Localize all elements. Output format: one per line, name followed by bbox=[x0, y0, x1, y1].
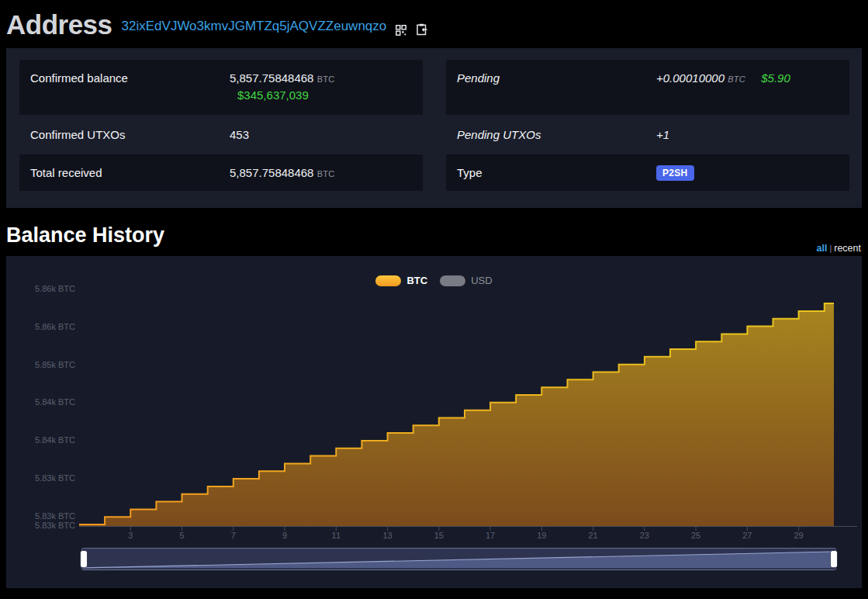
pending-utxos-value: +1 bbox=[656, 128, 849, 141]
address-page: Address 32ixEdVJWo3kmvJGMTZq5jAQVZZeuwnq… bbox=[0, 0, 868, 599]
confirmed-balance-value: 5,857.75848468 BTC $345,637,039 bbox=[230, 60, 423, 102]
x-tick-label: 23 bbox=[628, 531, 662, 540]
x-tick-label: 5 bbox=[165, 531, 199, 540]
range-selector: all|recent bbox=[816, 243, 861, 254]
address-type-badge: P2SH bbox=[656, 165, 694, 181]
total-received-btc: 5,857.75848468 bbox=[230, 166, 313, 179]
total-received-row: Total received 5,857.75848468 BTC bbox=[19, 154, 423, 191]
y-tick-label: 5.86k BTC bbox=[6, 322, 75, 331]
y-tick-label: 5.83k BTC bbox=[6, 473, 75, 483]
x-tick-label: 29 bbox=[782, 531, 816, 540]
address-link[interactable]: 32ixEdVJWo3kmvJGMTZq5jAQVZZeuwnqzo bbox=[122, 15, 387, 45]
copy-icon[interactable] bbox=[416, 23, 427, 45]
y-tick-label: 5.83k BTC bbox=[6, 511, 75, 521]
slider-handle-right[interactable] bbox=[831, 551, 837, 567]
x-tick-label: 17 bbox=[473, 531, 507, 540]
y-tick-label: 5.84k BTC bbox=[6, 397, 75, 407]
x-tick-label: 13 bbox=[371, 531, 405, 540]
total-received-value: 5,857.75848468 BTC bbox=[230, 166, 423, 179]
zoom-slider-preview bbox=[82, 549, 835, 570]
confirmed-utxos-value: 453 bbox=[230, 128, 423, 141]
x-tick-label: 7 bbox=[216, 531, 251, 540]
total-received-label: Total received bbox=[19, 166, 230, 179]
btc-unit: BTC bbox=[317, 74, 335, 84]
pending-summary-table: Pending +0.00010000 BTC $5.90 Pending UT… bbox=[446, 60, 849, 191]
balance-history-panel: BTC USD 5.86k BTC5.86k BTC5.85k BTC5.84k… bbox=[6, 256, 862, 588]
x-tick-label: 25 bbox=[679, 531, 713, 540]
x-tick-label: 9 bbox=[268, 531, 302, 540]
x-tick-label: 27 bbox=[730, 531, 764, 540]
zoom-slider[interactable] bbox=[81, 548, 836, 570]
y-tick-label: 5.83k BTC bbox=[6, 521, 75, 530]
pending-label: Pending bbox=[446, 60, 656, 85]
pending-usd: $5.90 bbox=[761, 71, 790, 85]
y-tick-label: 5.86k BTC bbox=[6, 284, 75, 293]
balance-area bbox=[79, 303, 834, 526]
confirmed-utxos-label: Confirmed UTXOs bbox=[19, 128, 230, 141]
type-row: Type P2SH bbox=[446, 154, 849, 191]
balance-history-title: Balance History bbox=[6, 223, 164, 248]
range-all-link[interactable]: all bbox=[816, 243, 827, 254]
address-summary-panel: Confirmed balance 5,857.75848468 BTC $34… bbox=[6, 48, 862, 208]
x-tick-label: 3 bbox=[113, 531, 147, 540]
pending-btc: +0.00010000 bbox=[656, 71, 724, 85]
pending-row: Pending +0.00010000 BTC $5.90 bbox=[446, 60, 849, 115]
confirmed-balance-usd: $345,637,039 bbox=[230, 88, 423, 102]
btc-unit: BTC bbox=[317, 169, 335, 178]
type-label: Type bbox=[446, 166, 656, 179]
page-title: Address bbox=[6, 5, 112, 45]
qr-code-icon[interactable] bbox=[396, 25, 406, 45]
y-tick-label: 5.84k BTC bbox=[6, 435, 75, 445]
x-tick-label: 21 bbox=[576, 531, 610, 540]
confirmed-utxos-row: Confirmed UTXOs 453 bbox=[19, 115, 423, 154]
y-tick-label: 5.85k BTC bbox=[6, 360, 75, 369]
pending-value: +0.00010000 BTC $5.90 bbox=[656, 60, 849, 85]
confirmed-balance-label: Confirmed balance bbox=[19, 60, 230, 85]
x-tick-label: 19 bbox=[524, 531, 558, 540]
slider-handle-left[interactable] bbox=[81, 551, 87, 567]
x-tick-label: 11 bbox=[319, 531, 353, 540]
confirmed-balance-btc: 5,857.75848468 bbox=[230, 71, 313, 85]
x-tick-label: 15 bbox=[422, 531, 456, 540]
pending-utxos-row: Pending UTXOs +1 bbox=[446, 115, 849, 154]
page-header: Address 32ixEdVJWo3kmvJGMTZq5jAQVZZeuwnq… bbox=[6, 0, 427, 45]
type-value: P2SH bbox=[656, 165, 849, 181]
confirmed-summary-table: Confirmed balance 5,857.75848468 BTC $34… bbox=[19, 60, 423, 191]
confirmed-balance-row: Confirmed balance 5,857.75848468 BTC $34… bbox=[19, 60, 423, 115]
range-separator: | bbox=[829, 244, 832, 253]
balance-chart bbox=[79, 278, 857, 535]
btc-unit: BTC bbox=[728, 74, 745, 84]
pending-utxos-label: Pending UTXOs bbox=[446, 128, 656, 141]
range-recent-link[interactable]: recent bbox=[834, 243, 861, 254]
